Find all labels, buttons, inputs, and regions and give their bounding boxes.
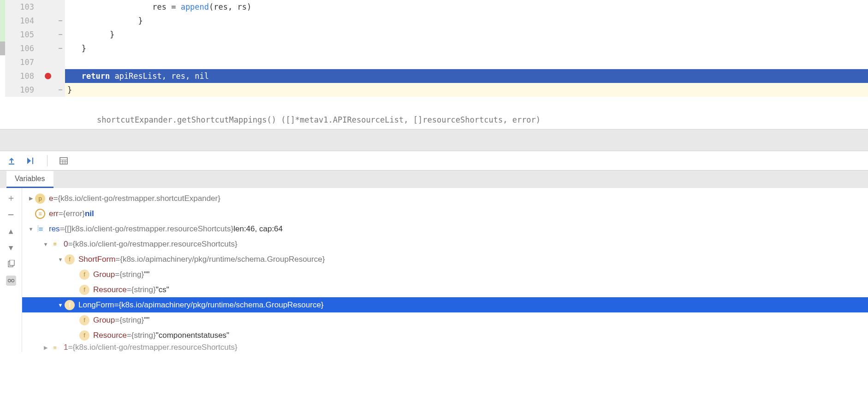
code-editor[interactable]: 103 res = append(res, rs)104 }105 }106 }… [0, 0, 868, 129]
change-marker [0, 55, 5, 69]
change-marker [0, 41, 5, 55]
code-line[interactable]: 106 } [0, 41, 868, 55]
add-watch-icon[interactable]: ＋ [6, 193, 16, 203]
variable-name: err [49, 209, 59, 218]
line-number[interactable]: 106 [5, 41, 40, 55]
code-line[interactable]: 104 } [0, 14, 868, 28]
variable-name: res [49, 224, 60, 234]
variable-row[interactable]: fLongForm = {k8s.io/apimachinery/pkg/run… [22, 297, 868, 312]
code-line[interactable]: 105 } [0, 28, 868, 41]
breadcrumb: shortcutExpander.getShortcutMappings() (… [0, 111, 868, 129]
svg-rect-1 [32, 158, 33, 164]
fold-gutter[interactable] [56, 0, 65, 14]
breakpoint-gutter[interactable] [40, 28, 56, 41]
fold-gutter[interactable] [56, 69, 65, 83]
code-text[interactable] [65, 55, 868, 69]
change-marker [0, 69, 5, 83]
expander-icon[interactable] [27, 195, 35, 201]
expander-icon[interactable] [56, 302, 65, 308]
copy-icon[interactable] [6, 259, 16, 269]
variable-type: {string} [131, 331, 156, 340]
variable-value: "componentstatuses" [156, 331, 230, 340]
variable-row[interactable]: pe = {k8s.io/client-go/restmapper.shortc… [22, 191, 868, 206]
line-number[interactable]: 104 [5, 14, 40, 28]
code-text[interactable]: } [65, 83, 868, 97]
svg-rect-2 [60, 158, 67, 164]
line-number[interactable]: 108 [5, 69, 40, 83]
variable-row[interactable]: fShortForm = {k8s.io/apimachinery/pkg/ru… [22, 252, 868, 267]
fold-gutter[interactable] [56, 14, 65, 28]
type-badge-icon: p [35, 194, 45, 204]
line-number[interactable]: 105 [5, 28, 40, 41]
change-marker [0, 14, 5, 28]
move-down-icon[interactable]: ▼ [6, 242, 16, 253]
type-badge-icon: f [79, 315, 89, 325]
fold-marker-icon[interactable] [59, 48, 62, 49]
variable-type: {string} [119, 270, 144, 279]
type-badge-icon: ≡ [50, 239, 60, 249]
line-number[interactable]: 109 [5, 83, 40, 97]
panel-separator[interactable] [0, 129, 868, 151]
variable-value: "cs" [156, 285, 169, 294]
code-line[interactable]: 109} [0, 83, 868, 97]
variable-type: {string} [131, 285, 156, 294]
variable-name: 0 [64, 240, 68, 249]
breakpoint-gutter[interactable] [40, 14, 56, 28]
step-out-icon[interactable] [6, 156, 17, 166]
move-up-icon[interactable]: ▲ [6, 226, 16, 236]
fold-marker-icon[interactable] [59, 20, 62, 21]
breakpoint-gutter[interactable] [40, 0, 56, 14]
variables-tree[interactable]: pe = {k8s.io/client-go/restmapper.shortc… [22, 188, 868, 352]
code-text[interactable]: } [65, 28, 868, 41]
breakpoint-gutter[interactable] [40, 55, 56, 69]
line-number[interactable]: 103 [5, 0, 40, 14]
variable-value: "" [144, 316, 149, 325]
variable-row[interactable]: ≡1 = {k8s.io/client-go/restmapper.resour… [22, 343, 868, 352]
code-text[interactable]: return apiResList, res, nil [65, 69, 868, 83]
variable-name: Resource [93, 285, 127, 294]
code-text[interactable]: res = append(res, rs) [65, 0, 868, 14]
change-marker [0, 0, 5, 14]
expander-icon[interactable] [27, 226, 35, 232]
breakpoint-icon[interactable] [45, 73, 51, 79]
variable-row[interactable]: ⦙≡res = {[]k8s.io/client-go/restmapper.r… [22, 221, 868, 236]
variable-name: Group [93, 316, 115, 325]
code-text[interactable]: } [65, 41, 868, 55]
variables-side-toolbar: ＋ − ▲ ▼ [0, 188, 22, 352]
tab-variables[interactable]: Variables [6, 171, 54, 188]
variable-row[interactable]: ≡0 = {k8s.io/client-go/restmapper.resour… [22, 236, 868, 252]
expander-icon[interactable] [42, 241, 50, 247]
fold-gutter[interactable] [56, 41, 65, 55]
variable-row[interactable]: fGroup = {string} "" [22, 267, 868, 282]
expander-icon[interactable] [42, 345, 50, 351]
breakpoint-gutter[interactable] [40, 69, 56, 83]
fold-gutter[interactable] [56, 28, 65, 41]
run-to-cursor-icon[interactable] [26, 156, 36, 166]
variable-type: {k8s.io/apimachinery/pkg/runtime/schema.… [120, 255, 325, 264]
fold-gutter[interactable] [56, 83, 65, 97]
code-line[interactable]: 107 [0, 55, 868, 69]
breakpoint-gutter[interactable] [40, 41, 56, 55]
type-badge-icon: f [79, 330, 89, 341]
line-number[interactable]: 107 [5, 55, 40, 69]
fold-marker-icon[interactable] [59, 34, 62, 35]
code-line[interactable]: 108 return apiResList, res, nil [0, 69, 868, 83]
remove-watch-icon[interactable]: − [6, 209, 16, 219]
variable-row[interactable]: fResource = {string} "componentstatuses" [22, 328, 868, 343]
evaluate-icon[interactable] [59, 156, 69, 166]
type-badge-icon: f [79, 270, 89, 280]
variable-name: Group [93, 270, 115, 279]
variable-row[interactable]: fResource = {string} "cs" [22, 282, 868, 297]
glasses-icon[interactable] [6, 276, 16, 286]
variable-row[interactable]: ≡err = {error} nil [22, 206, 868, 221]
fold-gutter[interactable] [56, 55, 65, 69]
variable-name: LongForm [78, 300, 114, 310]
code-text[interactable]: } [65, 14, 868, 28]
code-line[interactable]: 103 res = append(res, rs) [0, 0, 868, 14]
expander-icon[interactable] [56, 257, 65, 262]
change-marker [0, 83, 5, 97]
change-marker [0, 28, 5, 41]
breakpoint-gutter[interactable] [40, 83, 56, 97]
variable-row[interactable]: fGroup = {string} "" [22, 312, 868, 328]
fold-marker-icon[interactable] [59, 89, 62, 90]
